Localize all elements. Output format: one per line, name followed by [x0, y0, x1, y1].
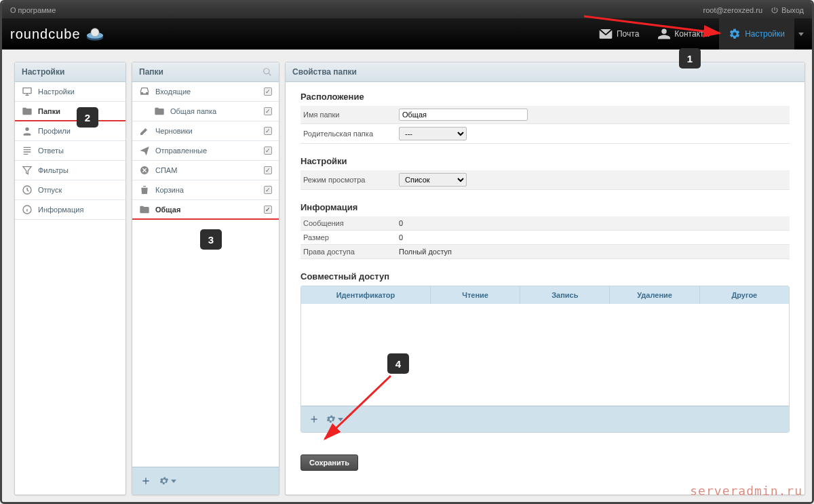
logout-link[interactable]: Выход — [771, 6, 804, 14]
inbox-icon — [139, 86, 150, 97]
folder-checkbox[interactable]: ✓ — [264, 166, 272, 174]
folder-checkbox[interactable]: ✓ — [264, 186, 272, 194]
nav-settings[interactable]: Настройки — [719, 18, 794, 50]
gear-icon — [326, 414, 336, 425]
folder-icon — [154, 106, 165, 117]
search-icon[interactable] — [263, 67, 272, 77]
folder-name-input[interactable] — [399, 109, 528, 121]
spam-icon — [139, 165, 150, 176]
share-table-body — [301, 304, 789, 406]
gear-icon — [159, 476, 170, 486]
view-mode-label: Режим просмотра — [301, 176, 399, 184]
chevron-down-icon — [171, 480, 176, 483]
svg-point-4 — [25, 128, 28, 131]
user-label: root@zeroxzed.ru — [703, 6, 762, 14]
folder-shared[interactable]: Общая ✓ — [132, 200, 279, 220]
settings-item-vacation[interactable]: Отпуск — [15, 180, 125, 200]
mail-icon — [599, 29, 613, 39]
size-label: Размер — [301, 233, 399, 241]
settings-panel-title: Настройки — [15, 62, 125, 82]
logo-icon — [85, 26, 105, 42]
folder-checkbox[interactable]: ✓ — [264, 88, 272, 96]
folder-name-label: Имя папки — [301, 111, 399, 119]
folder-checkbox[interactable]: ✓ — [264, 127, 272, 135]
share-table-header: Идентификатор Чтение Запись Удаление Дру… — [301, 286, 789, 304]
person-icon — [658, 28, 670, 40]
folder-options-button[interactable] — [158, 471, 177, 490]
about-link[interactable]: О программе — [10, 6, 56, 14]
folder-icon — [139, 204, 150, 215]
view-mode-select[interactable]: Список — [399, 173, 467, 187]
save-button[interactable]: Сохранить — [301, 454, 358, 471]
nav-mail[interactable]: Почта — [589, 18, 648, 50]
plus-icon — [309, 414, 319, 425]
settings-item-folders[interactable]: Папки — [15, 102, 125, 121]
info-icon — [22, 204, 33, 215]
folder-shared-sub[interactable]: Общая папка ✓ — [132, 102, 279, 121]
person-icon — [22, 125, 33, 136]
add-share-button[interactable] — [305, 410, 324, 429]
messages-value: 0 — [399, 219, 790, 227]
chevron-down-icon — [338, 418, 343, 421]
settings-item-preferences[interactable]: Настройки — [15, 82, 125, 102]
filter-icon — [22, 165, 33, 176]
folder-checkbox[interactable]: ✓ — [264, 147, 272, 155]
sent-icon — [139, 145, 150, 156]
props-panel-title: Свойства папки — [286, 62, 805, 82]
folder-sent[interactable]: Отправленные ✓ — [132, 141, 279, 161]
trash-icon — [139, 185, 150, 195]
settings-item-responses[interactable]: Ответы — [15, 141, 125, 161]
gear-icon — [729, 28, 741, 40]
parent-folder-select[interactable]: --- — [399, 127, 467, 140]
folder-trash[interactable]: Корзина ✓ — [132, 180, 279, 200]
folder-inbox[interactable]: Входящие ✓ — [132, 82, 279, 102]
clock-icon — [22, 185, 33, 195]
list-icon — [22, 145, 33, 156]
monitor-icon — [22, 86, 33, 97]
settings-item-info[interactable]: Информация — [15, 200, 125, 220]
folder-spam[interactable]: СПАМ ✓ — [132, 161, 279, 180]
folders-panel-title: Папки — [139, 67, 163, 77]
folder-checkbox[interactable]: ✓ — [264, 206, 272, 214]
messages-label: Сообщения — [301, 219, 399, 227]
folder-drafts[interactable]: Черновики ✓ — [132, 121, 279, 141]
size-value: 0 — [399, 233, 790, 241]
settings-item-identities[interactable]: Профили — [15, 121, 125, 141]
add-folder-button[interactable] — [136, 471, 155, 490]
parent-folder-label: Родительская папка — [301, 130, 399, 138]
plus-icon — [140, 476, 151, 486]
settings-item-filters[interactable]: Фильтры — [15, 161, 125, 180]
nav-dropdown-icon[interactable] — [798, 33, 804, 36]
info-legend: Информация — [301, 202, 357, 216]
share-options-button[interactable] — [325, 410, 344, 429]
folder-icon — [22, 106, 33, 117]
location-legend: Расположение — [301, 92, 364, 106]
logo: roundcube — [10, 26, 105, 42]
settings-legend: Настройки — [301, 156, 347, 170]
pencil-icon — [139, 125, 150, 136]
nav-contacts[interactable]: Контакты — [648, 18, 719, 50]
rights-label: Права доступа — [301, 248, 399, 256]
share-legend: Совместный доступ — [301, 271, 389, 286]
rights-value: Полный доступ — [399, 248, 790, 256]
folder-checkbox[interactable]: ✓ — [264, 107, 272, 115]
power-icon — [771, 6, 779, 14]
